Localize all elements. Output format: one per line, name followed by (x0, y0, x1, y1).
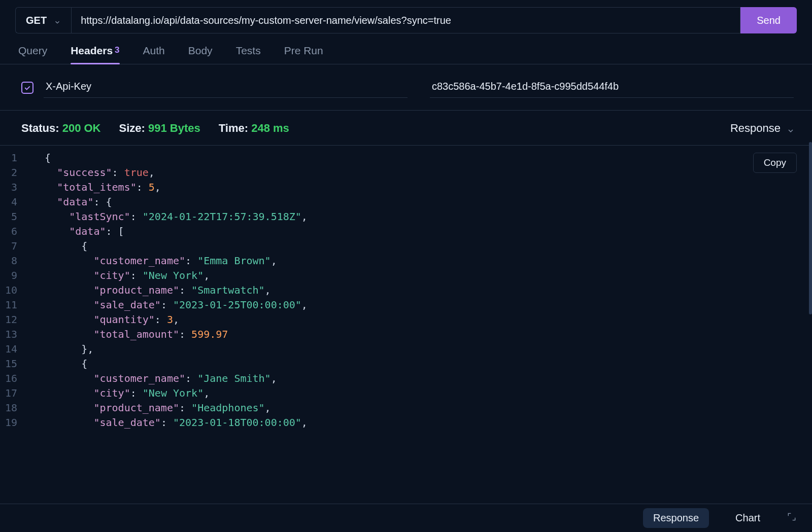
code-line: 10 "product_name": "Smartwatch", (0, 283, 812, 298)
code-line: 3 "total_items": 5, (0, 180, 812, 195)
response-view-dropdown[interactable]: Response (730, 122, 794, 135)
header-enabled-checkbox[interactable] (21, 82, 33, 94)
code-line: 19 "sale_date": "2023-01-18T00:00:00", (0, 415, 812, 430)
code-line: 5 "lastSync": "2024-01-22T17:57:39.518Z"… (0, 209, 812, 224)
response-status-bar: Status: 200 OK Size: 991 Bytes Time: 248… (0, 111, 812, 146)
tab-auth[interactable]: Auth (143, 45, 165, 64)
code-line: 4 "data": { (0, 195, 812, 209)
code-line: 18 "product_name": "Headphones", (0, 401, 812, 415)
tab-headers[interactable]: Headers3 (71, 45, 119, 64)
url-input[interactable] (71, 7, 740, 33)
request-tabs: Query Headers3 Auth Body Tests Pre Run (0, 33, 812, 64)
header-row (0, 64, 812, 111)
tab-prerun[interactable]: Pre Run (284, 45, 323, 64)
code-line: 16 "customer_name": "Jane Smith", (0, 371, 812, 386)
code-line: 17 "city": "New York", (0, 386, 812, 401)
chevron-down-icon (787, 125, 794, 132)
tab-tests[interactable]: Tests (236, 45, 261, 64)
code-line: 1 { (0, 151, 812, 165)
scrollbar-indicator[interactable] (809, 142, 812, 314)
code-line: 8 "customer_name": "Emma Brown", (0, 254, 812, 268)
request-bar: GET Send (0, 0, 812, 33)
json-code[interactable]: 1 {2 "success": true,3 "total_items": 5,… (0, 146, 812, 430)
send-button[interactable]: Send (740, 7, 797, 33)
code-line: 11 "sale_date": "2023-01-25T00:00:00", (0, 298, 812, 312)
copy-button[interactable]: Copy (753, 153, 797, 173)
header-value-input[interactable] (430, 78, 794, 98)
time-group: Time: 248 ms (219, 122, 289, 135)
tab-query[interactable]: Query (18, 45, 47, 64)
code-line: 15 { (0, 357, 812, 371)
chevron-down-icon (54, 17, 61, 24)
code-line: 14 }, (0, 342, 812, 357)
tab-body[interactable]: Body (188, 45, 213, 64)
footer-tab-response[interactable]: Response (643, 508, 709, 528)
code-line: 12 "quantity": 3, (0, 312, 812, 327)
response-body-viewer: Copy 1 {2 "success": true,3 "total_items… (0, 146, 812, 450)
code-line: 9 "city": "New York", (0, 268, 812, 283)
headers-count-badge: 3 (115, 45, 119, 55)
http-method-value: GET (26, 15, 47, 26)
size-group: Size: 991 Bytes (119, 122, 200, 135)
code-line: 2 "success": true, (0, 165, 812, 180)
http-method-select[interactable]: GET (15, 7, 71, 33)
expand-icon[interactable] (787, 512, 797, 525)
code-line: 7 { (0, 239, 812, 254)
status-group: Status: 200 OK (21, 122, 101, 135)
code-line: 6 "data": [ (0, 224, 812, 239)
footer-tab-chart[interactable]: Chart (725, 508, 770, 528)
header-key-input[interactable] (44, 78, 408, 98)
code-line: 13 "total_amount": 599.97 (0, 327, 812, 342)
footer-tabs: Response Chart (0, 504, 812, 532)
